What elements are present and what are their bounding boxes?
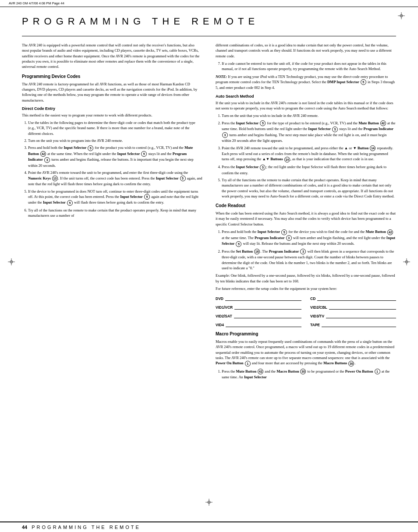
section-heading-code-readout: Code Readout	[216, 203, 396, 208]
macro-step-1: Press the Mute Button 42 and the Macro B…	[222, 369, 396, 380]
code-row-3: VID2/SAT VID3/TV	[216, 313, 396, 318]
auto-step-1: Turn on the unit that you wish to includ…	[222, 113, 396, 118]
code-field-vid1: VID1/VCR	[216, 304, 301, 310]
continued-text: different combinations of codes, so it i…	[216, 42, 396, 59]
badge-cr-input-1: 5	[281, 229, 287, 235]
footer-page-number: 44	[22, 525, 27, 530]
page: AVR 240 OM 4/7/06 4:08 PM Page 44 PROGRA…	[0, 0, 418, 532]
badge-auto-btn-3: 14	[370, 145, 375, 151]
crosshair-left	[8, 258, 15, 265]
code-label-vid2cbl: VID2/CBL	[310, 305, 327, 310]
section-heading-macro: Macro Programming	[216, 331, 396, 336]
right-step-7: If a code cannot be entered to turn the …	[222, 61, 396, 72]
code-row-2: VID1/VCR VID2/CBL	[216, 304, 396, 310]
code-readout-step-2: Press the Set Button 16. The Program Ind…	[222, 249, 396, 271]
badge-power-on: 1	[245, 361, 251, 366]
footer-bar: 44 PROGRAMMING THE REMOTE	[0, 521, 418, 532]
badge-macro-btn: 30	[348, 361, 354, 366]
left-column: The AVR 240 is equipped with a powerful …	[22, 42, 202, 382]
direct-step-4: Point the AVR 240's remote toward the un…	[28, 170, 202, 187]
future-ref-text: For future reference, enter the setup co…	[216, 286, 396, 291]
code-line-vid2cbl	[329, 304, 396, 310]
direct-code-intro: This method is the easiest way to progra…	[22, 113, 202, 118]
code-field-vid2cbl: VID2/CBL	[310, 304, 396, 310]
code-line-dvd	[225, 296, 301, 301]
code-line-cd	[317, 296, 396, 301]
code-field-vid4: VID4	[216, 322, 301, 327]
code-readout-text: When the code has been entered using the…	[216, 211, 396, 227]
code-field-cd: CD	[310, 296, 396, 301]
subsection-auto-search: Auto Search Method	[216, 94, 396, 99]
header-bar: AVR 240 OM 4/7/06 4:08 PM Page 44	[0, 0, 418, 7]
code-line-vid2sat	[234, 313, 301, 318]
direct-code-steps: Use the tables in the following pages to…	[22, 120, 202, 218]
badge-auto-btn-3b: 14	[284, 157, 290, 162]
badge-numeric-4: 13	[52, 176, 58, 181]
badge-auto-input-4: 5	[260, 165, 266, 170]
badge-dmp: 5	[361, 79, 366, 85]
badge-cr-mute-1: 42	[387, 229, 393, 235]
intro-paragraph: The AVR 240 is equipped with a powerful …	[22, 42, 202, 70]
auto-step-3: Point the AVR 240 remote toward the unit…	[222, 145, 396, 162]
code-field-dvd: DVD	[216, 296, 301, 301]
section1-intro: The AVR 240 remote is factory-programmed…	[22, 81, 202, 103]
badge-cr-prog-2: 3	[300, 249, 306, 254]
crosshair-bottom	[205, 499, 213, 506]
auto-step-5: Try all of the functions on the remote t…	[222, 177, 396, 199]
code-label-vid3tv: VID3/TV	[310, 314, 324, 318]
code-label-dvd: DVD	[216, 296, 223, 301]
code-field-vid2sat: VID2/SAT	[216, 313, 301, 318]
code-readout-step-1: Press and hold both the Input Selector 5…	[222, 229, 396, 247]
subsection-direct-code: Direct Code Entry	[22, 106, 202, 111]
note-paragraph: NOTE: If you are using your iPod with a …	[216, 74, 396, 91]
code-line-vid3tv	[326, 313, 396, 318]
two-column-layout: The AVR 240 is equipped with a powerful …	[22, 42, 396, 382]
badge-macro-mute: 42	[258, 369, 263, 374]
code-field-tape: TAPE	[310, 322, 396, 327]
direct-step-3: Press and hold both the Input Selector 5…	[28, 145, 202, 168]
direct-step-5: If the device to be programmed in does N…	[28, 189, 202, 206]
code-label-vid2sat: VID2/SAT	[216, 314, 232, 318]
crosshair-top-right	[398, 12, 405, 19]
badge-input-5b: 5	[67, 200, 73, 206]
crosshair-right	[403, 258, 410, 265]
code-label-cd: CD	[310, 296, 315, 301]
footer-title: PROGRAMMING THE REMOTE	[32, 525, 141, 530]
right-steps-continued: If a code cannot be entered to turn the …	[216, 61, 396, 72]
badge-auto-mute-2: 42	[380, 120, 386, 126]
header-text: AVR 240 OM 4/7/06 4:08 PM Page 44	[9, 1, 64, 5]
badge-cr-input-1b: 5	[236, 241, 241, 247]
badge-mute-3: 42	[40, 151, 46, 157]
section-heading-programming: Programming Device Codes	[22, 74, 202, 79]
badge-cr-set-2: 16	[254, 249, 260, 254]
badge-input-4: 5	[180, 176, 186, 181]
auto-step-4: Press the Input Selector 5; the red ligh…	[222, 164, 396, 176]
direct-step-2: Turn on the unit you wish to program int…	[28, 138, 202, 143]
badge-input-selector-3b: 5	[141, 151, 147, 157]
right-column: different combinations of codes, so it i…	[216, 42, 396, 382]
badge-input-5: 5	[144, 194, 150, 200]
badge-macro-button: 30	[300, 369, 306, 374]
example-text: Example: One blink, followed by a one-se…	[216, 273, 396, 284]
code-label-vid1: VID1/VCR	[216, 305, 233, 310]
code-line-tape	[322, 322, 396, 327]
badge-cr-prog-1: 3	[286, 235, 292, 241]
badge-auto-prog-2: 3	[222, 132, 228, 138]
code-label-tape: TAPE	[310, 323, 320, 327]
code-row-4: VID4 TAPE	[216, 322, 396, 327]
badge-macro-power: 1	[375, 369, 380, 374]
badge-auto-input-2: 5	[260, 120, 266, 126]
badge-prog-3: 3	[44, 157, 50, 163]
title-rule	[22, 36, 396, 36]
code-line-vid1	[234, 304, 301, 310]
auto-search-intro: If the unit you wish to include in the A…	[216, 100, 396, 111]
code-line-vid4	[226, 322, 301, 327]
auto-search-steps: Turn on the unit that you wish to includ…	[216, 113, 396, 199]
auto-step-2: Press the Input Selector 5 for the type …	[222, 120, 396, 144]
direct-step-1: Use the tables in the following pages to…	[28, 120, 202, 136]
code-label-vid4: VID4	[216, 323, 224, 327]
code-readout-steps: Press and hold both the Input Selector 5…	[216, 229, 396, 271]
content-area: PROGRAMMING THE REMOTE The AVR 240 is eq…	[0, 7, 418, 391]
macro-text: Macros enable you to easily repeat frequ…	[216, 339, 396, 366]
direct-step-6: Try all of the functions on the remote t…	[28, 208, 202, 218]
